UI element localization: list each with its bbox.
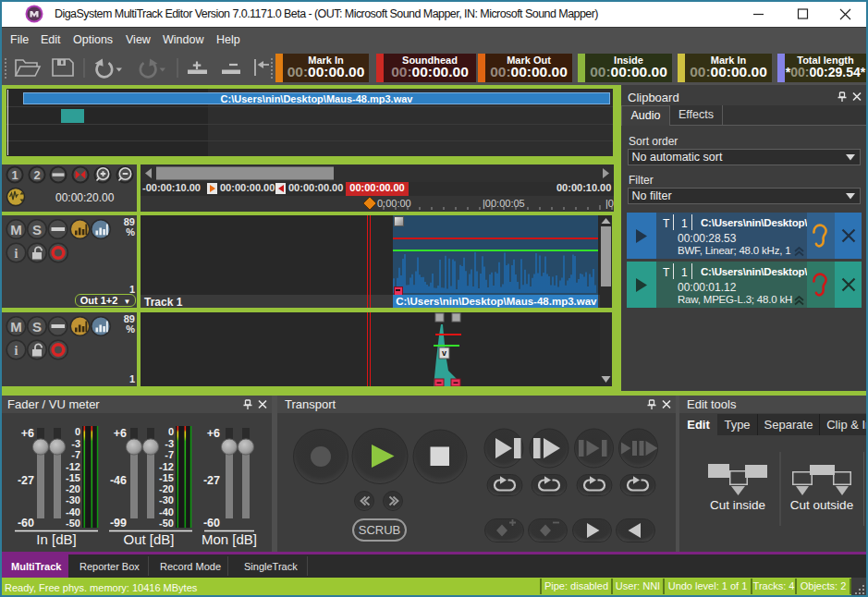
svg-text:-12: -12: [159, 461, 174, 472]
svg-text:-99: -99: [110, 517, 127, 530]
svg-text:-60: -60: [18, 517, 34, 530]
svg-text:-3: -3: [165, 438, 174, 449]
svg-text:Mon [dB]: Mon [dB]: [202, 531, 257, 547]
svg-text:-20: -20: [159, 483, 174, 494]
svg-text:-12: -12: [66, 461, 80, 472]
svg-text:In [dB]: In [dB]: [36, 531, 76, 547]
svg-text:-7: -7: [71, 449, 80, 460]
svg-text:-50: -50: [159, 518, 174, 529]
svg-text:M: M: [10, 222, 22, 238]
svg-text:SCRUB: SCRUB: [359, 523, 401, 537]
svg-text:+6: +6: [207, 427, 220, 440]
svg-text:S: S: [32, 319, 42, 335]
svg-text:-30: -30: [66, 494, 80, 506]
svg-text:0: 0: [168, 426, 174, 437]
svg-text:i: i: [15, 344, 18, 358]
svg-text:i: i: [15, 247, 18, 261]
svg-text:-7: -7: [165, 449, 174, 460]
svg-text:-20: -20: [66, 483, 80, 494]
svg-text:Out [dB]: Out [dB]: [123, 531, 174, 547]
svg-text:2: 2: [33, 168, 40, 182]
svg-text:-30: -30: [159, 494, 174, 506]
svg-text:0: 0: [75, 426, 80, 437]
svg-text:-40: -40: [66, 506, 80, 518]
svg-text:-40: -40: [159, 506, 174, 518]
svg-text:S: S: [32, 222, 42, 238]
svg-text:M: M: [10, 319, 22, 335]
svg-text:+6: +6: [21, 427, 34, 440]
svg-text:Cut outside: Cut outside: [790, 498, 853, 512]
svg-text:-50: -50: [66, 518, 80, 529]
svg-text:-3: -3: [71, 438, 80, 449]
svg-text:-27: -27: [203, 474, 220, 487]
svg-text:-15: -15: [66, 472, 80, 483]
svg-text:-15: -15: [159, 472, 174, 483]
svg-text:1: 1: [11, 168, 18, 182]
svg-text:-27: -27: [18, 474, 34, 487]
svg-text:v: v: [442, 348, 446, 358]
svg-text:-60: -60: [203, 517, 220, 530]
svg-text:-46: -46: [110, 474, 127, 487]
svg-text:+6: +6: [114, 427, 127, 440]
svg-text:Cut inside: Cut inside: [710, 498, 765, 512]
